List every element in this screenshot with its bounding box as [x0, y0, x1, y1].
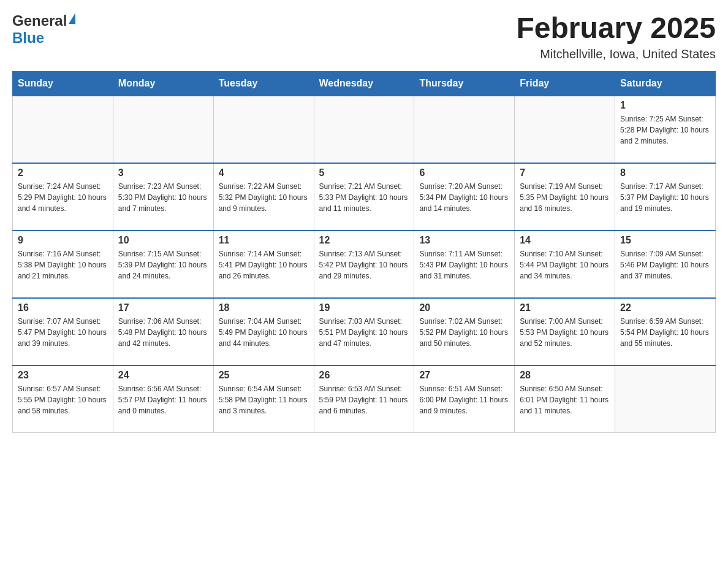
day-info: Sunrise: 7:07 AM Sunset: 5:47 PM Dayligh…	[18, 316, 108, 349]
page-header: General Blue February 2025 Mitchellville…	[12, 12, 716, 61]
day-info: Sunrise: 7:23 AM Sunset: 5:30 PM Dayligh…	[118, 181, 208, 214]
calendar-cell: 18Sunrise: 7:04 AM Sunset: 5:49 PM Dayli…	[213, 298, 314, 366]
day-info: Sunrise: 6:53 AM Sunset: 5:59 PM Dayligh…	[319, 383, 409, 416]
day-info: Sunrise: 7:16 AM Sunset: 5:38 PM Dayligh…	[18, 248, 108, 282]
calendar-cell: 24Sunrise: 6:56 AM Sunset: 5:57 PM Dayli…	[113, 366, 213, 433]
calendar-week-row: 2Sunrise: 7:24 AM Sunset: 5:29 PM Daylig…	[13, 163, 716, 231]
day-number: 10	[118, 235, 208, 246]
day-info: Sunrise: 7:00 AM Sunset: 5:53 PM Dayligh…	[520, 316, 610, 349]
calendar-week-row: 9Sunrise: 7:16 AM Sunset: 5:38 PM Daylig…	[13, 231, 716, 298]
day-info: Sunrise: 6:51 AM Sunset: 6:00 PM Dayligh…	[419, 383, 509, 416]
day-number: 20	[419, 302, 509, 313]
day-info: Sunrise: 6:54 AM Sunset: 5:58 PM Dayligh…	[219, 383, 309, 416]
day-number: 19	[319, 302, 409, 313]
day-info: Sunrise: 7:14 AM Sunset: 5:41 PM Dayligh…	[219, 248, 309, 282]
calendar-cell	[213, 96, 314, 163]
day-header-sunday: Sunday	[13, 71, 113, 96]
calendar-cell: 16Sunrise: 7:07 AM Sunset: 5:47 PM Dayli…	[13, 298, 113, 366]
calendar-cell	[515, 96, 615, 163]
logo-blue-text: Blue	[12, 29, 44, 46]
day-info: Sunrise: 6:59 AM Sunset: 5:54 PM Dayligh…	[620, 316, 710, 349]
calendar-cell	[414, 96, 515, 163]
day-info: Sunrise: 7:24 AM Sunset: 5:29 PM Dayligh…	[18, 181, 108, 214]
calendar-cell: 22Sunrise: 6:59 AM Sunset: 5:54 PM Dayli…	[615, 298, 716, 366]
day-number: 24	[118, 370, 208, 381]
day-info: Sunrise: 7:17 AM Sunset: 5:37 PM Dayligh…	[620, 181, 710, 214]
calendar-cell: 9Sunrise: 7:16 AM Sunset: 5:38 PM Daylig…	[13, 231, 113, 298]
title-area: February 2025 Mitchellville, Iowa, Unite…	[516, 12, 716, 61]
day-number: 5	[319, 167, 409, 178]
calendar-cell: 13Sunrise: 7:11 AM Sunset: 5:43 PM Dayli…	[414, 231, 515, 298]
day-info: Sunrise: 6:57 AM Sunset: 5:55 PM Dayligh…	[18, 383, 108, 416]
logo-general-text: General	[12, 12, 67, 29]
calendar-week-row: 23Sunrise: 6:57 AM Sunset: 5:55 PM Dayli…	[13, 366, 716, 433]
calendar-cell	[13, 96, 113, 163]
calendar-cell: 21Sunrise: 7:00 AM Sunset: 5:53 PM Dayli…	[515, 298, 615, 366]
calendar-cell: 25Sunrise: 6:54 AM Sunset: 5:58 PM Dayli…	[213, 366, 314, 433]
day-info: Sunrise: 7:21 AM Sunset: 5:33 PM Dayligh…	[319, 181, 409, 214]
day-number: 6	[419, 167, 509, 178]
day-number: 8	[620, 167, 710, 178]
day-number: 15	[620, 235, 710, 246]
calendar-cell: 2Sunrise: 7:24 AM Sunset: 5:29 PM Daylig…	[13, 163, 113, 231]
logo-triangle-icon	[69, 13, 75, 24]
day-number: 26	[319, 370, 409, 381]
day-info: Sunrise: 7:13 AM Sunset: 5:42 PM Dayligh…	[319, 248, 409, 282]
day-info: Sunrise: 7:03 AM Sunset: 5:51 PM Dayligh…	[319, 316, 409, 349]
calendar-cell: 19Sunrise: 7:03 AM Sunset: 5:51 PM Dayli…	[314, 298, 414, 366]
calendar-cell: 15Sunrise: 7:09 AM Sunset: 5:46 PM Dayli…	[615, 231, 716, 298]
calendar-cell: 28Sunrise: 6:50 AM Sunset: 6:01 PM Dayli…	[515, 366, 615, 433]
day-info: Sunrise: 7:15 AM Sunset: 5:39 PM Dayligh…	[118, 248, 208, 282]
calendar-cell: 20Sunrise: 7:02 AM Sunset: 5:52 PM Dayli…	[414, 298, 515, 366]
logo: General Blue	[12, 12, 75, 47]
calendar-table: SundayMondayTuesdayWednesdayThursdayFrid…	[12, 71, 716, 434]
day-number: 14	[520, 235, 610, 246]
calendar-cell: 8Sunrise: 7:17 AM Sunset: 5:37 PM Daylig…	[615, 163, 716, 231]
calendar-cell: 26Sunrise: 6:53 AM Sunset: 5:59 PM Dayli…	[314, 366, 414, 433]
calendar-cell: 6Sunrise: 7:20 AM Sunset: 5:34 PM Daylig…	[414, 163, 515, 231]
day-info: Sunrise: 6:56 AM Sunset: 5:57 PM Dayligh…	[118, 383, 208, 416]
day-number: 22	[620, 302, 710, 313]
day-number: 17	[118, 302, 208, 313]
calendar-cell	[615, 366, 716, 433]
day-header-thursday: Thursday	[414, 71, 515, 96]
calendar-cell: 17Sunrise: 7:06 AM Sunset: 5:48 PM Dayli…	[113, 298, 213, 366]
day-number: 25	[219, 370, 309, 381]
day-info: Sunrise: 7:22 AM Sunset: 5:32 PM Dayligh…	[219, 181, 309, 214]
day-number: 7	[520, 167, 610, 178]
calendar-week-row: 1Sunrise: 7:25 AM Sunset: 5:28 PM Daylig…	[13, 96, 716, 163]
calendar-cell: 11Sunrise: 7:14 AM Sunset: 5:41 PM Dayli…	[213, 231, 314, 298]
month-title: February 2025	[516, 12, 716, 45]
day-info: Sunrise: 7:19 AM Sunset: 5:35 PM Dayligh…	[520, 181, 610, 214]
day-number: 18	[219, 302, 309, 313]
day-number: 23	[18, 370, 108, 381]
day-number: 13	[419, 235, 509, 246]
location-title: Mitchellville, Iowa, United States	[516, 47, 716, 61]
day-number: 28	[520, 370, 610, 381]
day-number: 12	[319, 235, 409, 246]
day-number: 2	[18, 167, 108, 178]
day-info: Sunrise: 6:50 AM Sunset: 6:01 PM Dayligh…	[520, 383, 610, 416]
calendar-cell: 3Sunrise: 7:23 AM Sunset: 5:30 PM Daylig…	[113, 163, 213, 231]
calendar-cell: 27Sunrise: 6:51 AM Sunset: 6:00 PM Dayli…	[414, 366, 515, 433]
day-header-tuesday: Tuesday	[213, 71, 314, 96]
day-info: Sunrise: 7:02 AM Sunset: 5:52 PM Dayligh…	[419, 316, 509, 349]
calendar-week-row: 16Sunrise: 7:07 AM Sunset: 5:47 PM Dayli…	[13, 298, 716, 366]
day-header-friday: Friday	[515, 71, 615, 96]
calendar-cell: 23Sunrise: 6:57 AM Sunset: 5:55 PM Dayli…	[13, 366, 113, 433]
day-info: Sunrise: 7:09 AM Sunset: 5:46 PM Dayligh…	[620, 248, 710, 282]
calendar-cell: 12Sunrise: 7:13 AM Sunset: 5:42 PM Dayli…	[314, 231, 414, 298]
day-number: 4	[219, 167, 309, 178]
calendar-cell: 5Sunrise: 7:21 AM Sunset: 5:33 PM Daylig…	[314, 163, 414, 231]
day-number: 3	[118, 167, 208, 178]
day-number: 16	[18, 302, 108, 313]
calendar-cell: 7Sunrise: 7:19 AM Sunset: 5:35 PM Daylig…	[515, 163, 615, 231]
day-number: 9	[18, 235, 108, 246]
day-header-wednesday: Wednesday	[314, 71, 414, 96]
calendar-cell	[314, 96, 414, 163]
day-number: 1	[620, 100, 710, 111]
calendar-cell: 4Sunrise: 7:22 AM Sunset: 5:32 PM Daylig…	[213, 163, 314, 231]
day-number: 21	[520, 302, 610, 313]
day-info: Sunrise: 7:25 AM Sunset: 5:28 PM Dayligh…	[620, 113, 710, 147]
day-number: 27	[419, 370, 509, 381]
